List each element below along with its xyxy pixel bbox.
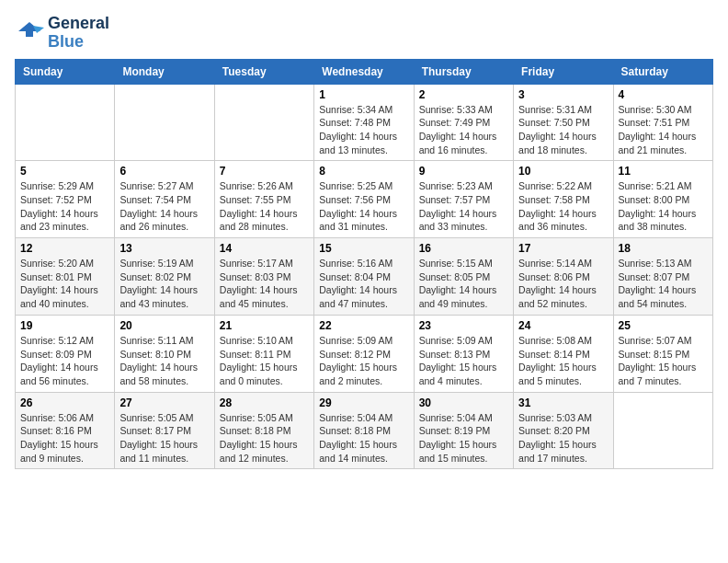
day-info: Sunrise: 5:11 AM Sunset: 8:10 PM Dayligh… — [119, 334, 209, 388]
day-number: 10 — [518, 165, 608, 178]
day-info: Sunrise: 5:05 AM Sunset: 8:18 PM Dayligh… — [220, 411, 309, 465]
week-row-3: 12Sunrise: 5:20 AM Sunset: 8:01 PM Dayli… — [16, 238, 713, 316]
calendar-cell: 19Sunrise: 5:12 AM Sunset: 8:09 PM Dayli… — [16, 315, 115, 392]
calendar-cell: 7Sunrise: 5:26 AM Sunset: 7:55 PM Daylig… — [214, 161, 313, 238]
weekday-header-monday: Monday — [115, 59, 214, 84]
day-number: 4 — [619, 88, 708, 101]
weekday-header-wednesday: Wednesday — [314, 59, 414, 84]
day-info: Sunrise: 5:06 AM Sunset: 8:16 PM Dayligh… — [20, 411, 109, 465]
calendar-cell: 10Sunrise: 5:22 AM Sunset: 7:58 PM Dayli… — [514, 161, 613, 238]
day-info: Sunrise: 5:15 AM Sunset: 8:05 PM Dayligh… — [419, 257, 508, 311]
calendar: SundayMondayTuesdayWednesdayThursdayFrid… — [15, 59, 713, 470]
logo-icon — [15, 18, 44, 48]
day-info: Sunrise: 5:29 AM Sunset: 7:52 PM Dayligh… — [20, 179, 109, 234]
day-number: 24 — [518, 319, 608, 332]
weekday-header-thursday: Thursday — [414, 59, 513, 84]
day-info: Sunrise: 5:34 AM Sunset: 7:48 PM Dayligh… — [319, 103, 408, 157]
day-number: 3 — [518, 88, 608, 101]
weekday-header-tuesday: Tuesday — [214, 59, 313, 84]
calendar-cell: 20Sunrise: 5:11 AM Sunset: 8:10 PM Dayli… — [115, 315, 214, 392]
day-info: Sunrise: 5:12 AM Sunset: 8:09 PM Dayligh… — [20, 334, 109, 388]
calendar-cell: 8Sunrise: 5:25 AM Sunset: 7:56 PM Daylig… — [314, 161, 414, 238]
day-number: 22 — [319, 319, 408, 332]
day-info: Sunrise: 5:17 AM Sunset: 8:03 PM Dayligh… — [220, 257, 309, 311]
calendar-cell: 3Sunrise: 5:31 AM Sunset: 7:50 PM Daylig… — [514, 84, 613, 161]
day-info: Sunrise: 5:19 AM Sunset: 8:02 PM Dayligh… — [119, 257, 209, 311]
calendar-cell: 6Sunrise: 5:27 AM Sunset: 7:54 PM Daylig… — [115, 161, 214, 238]
day-number: 16 — [419, 242, 508, 255]
calendar-cell: 12Sunrise: 5:20 AM Sunset: 8:01 PM Dayli… — [16, 238, 115, 316]
day-number: 13 — [119, 242, 209, 255]
day-number: 25 — [619, 319, 708, 332]
day-info: Sunrise: 5:16 AM Sunset: 8:04 PM Dayligh… — [319, 257, 408, 311]
day-info: Sunrise: 5:30 AM Sunset: 7:51 PM Dayligh… — [619, 103, 708, 157]
calendar-cell: 26Sunrise: 5:06 AM Sunset: 8:16 PM Dayli… — [16, 392, 115, 469]
weekday-header-sunday: Sunday — [16, 59, 115, 84]
weekday-header-row: SundayMondayTuesdayWednesdayThursdayFrid… — [16, 59, 713, 84]
calendar-cell: 25Sunrise: 5:07 AM Sunset: 8:15 PM Dayli… — [613, 315, 712, 392]
day-number: 9 — [419, 165, 508, 178]
day-info: Sunrise: 5:08 AM Sunset: 8:14 PM Dayligh… — [518, 334, 608, 388]
weekday-header-friday: Friday — [514, 59, 613, 84]
day-number: 19 — [20, 319, 109, 332]
day-number: 23 — [419, 319, 508, 332]
day-info: Sunrise: 5:21 AM Sunset: 8:00 PM Dayligh… — [619, 179, 708, 234]
calendar-cell: 28Sunrise: 5:05 AM Sunset: 8:18 PM Dayli… — [214, 392, 313, 469]
calendar-cell — [16, 84, 115, 161]
day-number: 5 — [20, 165, 109, 178]
week-row-2: 5Sunrise: 5:29 AM Sunset: 7:52 PM Daylig… — [16, 161, 713, 238]
day-info: Sunrise: 5:05 AM Sunset: 8:17 PM Dayligh… — [119, 411, 209, 465]
calendar-cell: 1Sunrise: 5:34 AM Sunset: 7:48 PM Daylig… — [314, 84, 414, 161]
calendar-cell: 23Sunrise: 5:09 AM Sunset: 8:13 PM Dayli… — [414, 315, 513, 392]
week-row-5: 26Sunrise: 5:06 AM Sunset: 8:16 PM Dayli… — [16, 392, 713, 469]
calendar-cell: 30Sunrise: 5:04 AM Sunset: 8:19 PM Dayli… — [414, 392, 513, 469]
calendar-cell: 21Sunrise: 5:10 AM Sunset: 8:11 PM Dayli… — [214, 315, 313, 392]
day-info: Sunrise: 5:09 AM Sunset: 8:13 PM Dayligh… — [419, 334, 508, 388]
calendar-cell: 13Sunrise: 5:19 AM Sunset: 8:02 PM Dayli… — [115, 238, 214, 316]
calendar-cell: 27Sunrise: 5:05 AM Sunset: 8:17 PM Dayli… — [115, 392, 214, 469]
day-number: 17 — [518, 242, 608, 255]
day-number: 20 — [119, 319, 209, 332]
day-number: 30 — [419, 396, 508, 409]
day-info: Sunrise: 5:13 AM Sunset: 8:07 PM Dayligh… — [619, 257, 708, 311]
day-info: Sunrise: 5:03 AM Sunset: 8:20 PM Dayligh… — [518, 411, 608, 465]
calendar-cell: 9Sunrise: 5:23 AM Sunset: 7:57 PM Daylig… — [414, 161, 513, 238]
day-number: 26 — [20, 396, 109, 409]
day-number: 14 — [220, 242, 309, 255]
day-info: Sunrise: 5:22 AM Sunset: 7:58 PM Dayligh… — [518, 179, 608, 234]
day-info: Sunrise: 5:25 AM Sunset: 7:56 PM Dayligh… — [319, 179, 408, 234]
day-info: Sunrise: 5:04 AM Sunset: 8:19 PM Dayligh… — [419, 411, 508, 465]
header: General Blue — [15, 15, 713, 52]
calendar-cell: 16Sunrise: 5:15 AM Sunset: 8:05 PM Dayli… — [414, 238, 513, 316]
day-info: Sunrise: 5:20 AM Sunset: 8:01 PM Dayligh… — [20, 257, 109, 311]
calendar-cell: 31Sunrise: 5:03 AM Sunset: 8:20 PM Dayli… — [514, 392, 613, 469]
calendar-cell: 14Sunrise: 5:17 AM Sunset: 8:03 PM Dayli… — [214, 238, 313, 316]
day-number: 18 — [619, 242, 708, 255]
day-info: Sunrise: 5:07 AM Sunset: 8:15 PM Dayligh… — [619, 334, 708, 388]
calendar-cell — [115, 84, 214, 161]
day-number: 28 — [220, 396, 309, 409]
calendar-cell: 17Sunrise: 5:14 AM Sunset: 8:06 PM Dayli… — [514, 238, 613, 316]
calendar-cell: 22Sunrise: 5:09 AM Sunset: 8:12 PM Dayli… — [314, 315, 414, 392]
day-info: Sunrise: 5:10 AM Sunset: 8:11 PM Dayligh… — [220, 334, 309, 388]
day-number: 31 — [518, 396, 608, 409]
day-info: Sunrise: 5:26 AM Sunset: 7:55 PM Dayligh… — [220, 179, 309, 234]
day-info: Sunrise: 5:33 AM Sunset: 7:49 PM Dayligh… — [419, 103, 508, 157]
day-number: 11 — [619, 165, 708, 178]
day-number: 29 — [319, 396, 408, 409]
day-info: Sunrise: 5:27 AM Sunset: 7:54 PM Dayligh… — [119, 179, 209, 234]
day-number: 6 — [119, 165, 209, 178]
week-row-4: 19Sunrise: 5:12 AM Sunset: 8:09 PM Dayli… — [16, 315, 713, 392]
day-number: 7 — [220, 165, 309, 178]
week-row-1: 1Sunrise: 5:34 AM Sunset: 7:48 PM Daylig… — [16, 84, 713, 161]
calendar-cell: 11Sunrise: 5:21 AM Sunset: 8:00 PM Dayli… — [613, 161, 712, 238]
day-number: 27 — [119, 396, 209, 409]
day-number: 1 — [319, 88, 408, 101]
calendar-cell: 24Sunrise: 5:08 AM Sunset: 8:14 PM Dayli… — [514, 315, 613, 392]
calendar-cell: 29Sunrise: 5:04 AM Sunset: 8:18 PM Dayli… — [314, 392, 414, 469]
calendar-cell — [613, 392, 712, 469]
logo-text: General Blue — [48, 15, 109, 52]
day-number: 2 — [419, 88, 508, 101]
calendar-cell: 15Sunrise: 5:16 AM Sunset: 8:04 PM Dayli… — [314, 238, 414, 316]
calendar-cell: 4Sunrise: 5:30 AM Sunset: 7:51 PM Daylig… — [613, 84, 712, 161]
